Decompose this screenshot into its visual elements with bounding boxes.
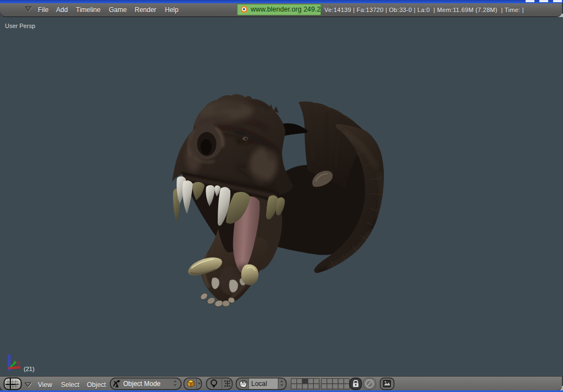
svg-text:Local: Local <box>251 380 267 388</box>
svg-text:y: y <box>14 359 16 365</box>
svg-text:Object Mode: Object Mode <box>123 380 161 388</box>
